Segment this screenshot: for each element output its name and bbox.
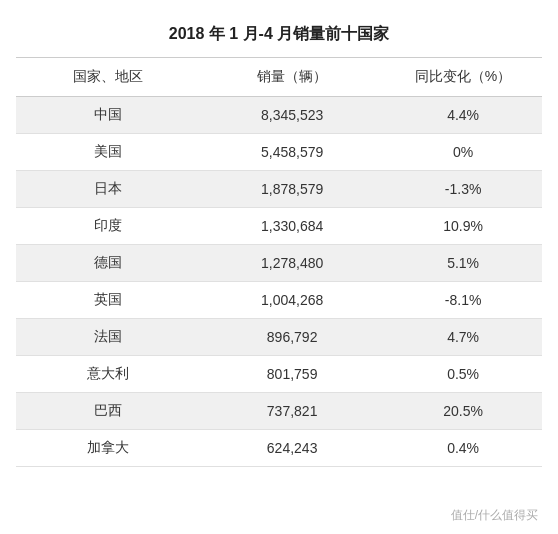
cell-country: 日本: [16, 171, 200, 208]
table-row: 德国1,278,4805.1%: [16, 245, 542, 282]
cell-sales: 1,004,268: [200, 282, 384, 319]
table-row: 日本1,878,579-1.3%: [16, 171, 542, 208]
cell-country: 加拿大: [16, 430, 200, 467]
table-row: 巴西737,82120.5%: [16, 393, 542, 430]
table-container: 2018 年 1 月-4 月销量前十国家 国家、地区 销量（辆） 同比变化（%）…: [0, 0, 558, 487]
cell-sales: 801,759: [200, 356, 384, 393]
page-wrapper: 2018 年 1 月-4 月销量前十国家 国家、地区 销量（辆） 同比变化（%）…: [0, 0, 558, 534]
cell-change: 0.5%: [384, 356, 542, 393]
cell-country: 英国: [16, 282, 200, 319]
cell-country: 巴西: [16, 393, 200, 430]
cell-change: 20.5%: [384, 393, 542, 430]
table-header-row: 国家、地区 销量（辆） 同比变化（%）: [16, 58, 542, 97]
cell-sales: 8,345,523: [200, 97, 384, 134]
table-row: 美国5,458,5790%: [16, 134, 542, 171]
table-body: 中国8,345,5234.4%美国5,458,5790%日本1,878,579-…: [16, 97, 542, 467]
cell-sales: 896,792: [200, 319, 384, 356]
cell-sales: 624,243: [200, 430, 384, 467]
cell-country: 意大利: [16, 356, 200, 393]
cell-sales: 1,878,579: [200, 171, 384, 208]
header-sales: 销量（辆）: [200, 58, 384, 97]
table-row: 印度1,330,68410.9%: [16, 208, 542, 245]
cell-country: 美国: [16, 134, 200, 171]
cell-change: 5.1%: [384, 245, 542, 282]
cell-change: 4.4%: [384, 97, 542, 134]
cell-change: 0%: [384, 134, 542, 171]
data-table: 国家、地区 销量（辆） 同比变化（%） 中国8,345,5234.4%美国5,4…: [16, 57, 542, 467]
header-change: 同比变化（%）: [384, 58, 542, 97]
table-row: 英国1,004,268-8.1%: [16, 282, 542, 319]
cell-change: 0.4%: [384, 430, 542, 467]
cell-country: 德国: [16, 245, 200, 282]
watermark: 值仕/什么值得买: [451, 507, 538, 524]
cell-country: 印度: [16, 208, 200, 245]
cell-sales: 1,278,480: [200, 245, 384, 282]
cell-change: -1.3%: [384, 171, 542, 208]
cell-country: 中国: [16, 97, 200, 134]
cell-sales: 737,821: [200, 393, 384, 430]
cell-country: 法国: [16, 319, 200, 356]
cell-change: 10.9%: [384, 208, 542, 245]
cell-sales: 1,330,684: [200, 208, 384, 245]
table-row: 中国8,345,5234.4%: [16, 97, 542, 134]
table-title: 2018 年 1 月-4 月销量前十国家: [16, 10, 542, 57]
header-country: 国家、地区: [16, 58, 200, 97]
table-row: 加拿大624,2430.4%: [16, 430, 542, 467]
table-row: 意大利801,7590.5%: [16, 356, 542, 393]
cell-sales: 5,458,579: [200, 134, 384, 171]
cell-change: 4.7%: [384, 319, 542, 356]
cell-change: -8.1%: [384, 282, 542, 319]
table-row: 法国896,7924.7%: [16, 319, 542, 356]
